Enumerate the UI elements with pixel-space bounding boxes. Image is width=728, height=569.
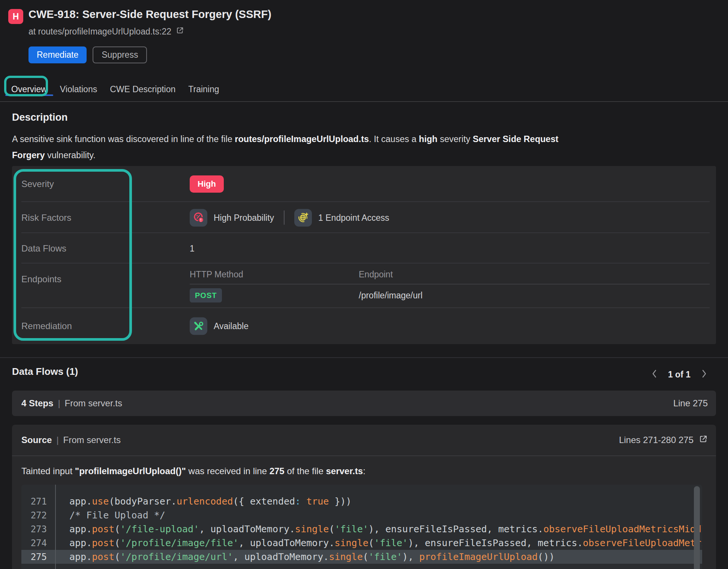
text-segment: A sensitive sink function was discovered… (12, 134, 235, 144)
action-buttons: Remediate Suppress (28, 46, 147, 63)
risk-factor-text: 1 Endpoint Access (318, 213, 389, 223)
source-lines-group: Lines 271-280 275 (619, 434, 708, 446)
data-flow-steps-bar[interactable]: 4 Steps | From server.ts Line 275 (12, 391, 716, 416)
code-text: app.use(bodyParser.urlencoded({ extended… (69, 496, 352, 507)
endpoint-path: /profile/image/url (359, 290, 422, 301)
source-header: Source | From server.ts Lines 271-280 27… (12, 425, 716, 456)
remediation-tools-icon (190, 317, 207, 335)
chevron-right-icon[interactable] (700, 369, 708, 380)
probability-badge-icon: ! (190, 209, 207, 226)
endpoints-label: Endpoints (21, 274, 61, 284)
text-segment: routes/profileImageUrlUpload.ts (235, 134, 369, 144)
tab-training[interactable]: Training (188, 84, 219, 94)
risk-factor-text: High Probability (214, 213, 274, 223)
page-title: CWE-918: Server-Side Request Forgery (SS… (28, 8, 271, 21)
data-flows-section-heading: Data Flows (1) (12, 366, 78, 377)
external-link-icon[interactable] (699, 434, 708, 446)
risk-factors-row: Risk Factors ! High Probability (12, 202, 716, 233)
attributes-panel: Severity High Risk Factors ! High Prob (12, 166, 716, 344)
steps-summary: 4 Steps | From server.ts (21, 398, 122, 409)
text-segment: Tainted input (21, 466, 75, 476)
tab-overview[interactable]: Overview (11, 84, 47, 94)
code-line: 274app.post('/profile/image/file', uploa… (21, 536, 702, 550)
tabs-divider (0, 101, 728, 102)
section-divider (0, 357, 728, 358)
risk-factors-label: Risk Factors (21, 213, 71, 223)
risk-factor-separator (284, 211, 285, 225)
severity-badge: High (190, 175, 224, 193)
severity-letter-badge: H (8, 9, 23, 24)
source-panel: Source | From server.ts Lines 271-280 27… (12, 425, 716, 569)
code-text: app.post('/profile/image/url', uploadToM… (69, 551, 554, 562)
gutter-divider (55, 485, 56, 569)
text-segment: was received in line (186, 466, 270, 476)
vulnerability-detail-page: H CWE-918: Server-Side Request Forgery (… (0, 0, 728, 569)
remediation-row: Remediation Available (12, 308, 716, 344)
source-title: Source (21, 435, 52, 445)
endpoints-header-divider (190, 284, 710, 284)
source-from-file: From server.ts (63, 435, 121, 445)
tab-violations[interactable]: Violations (60, 84, 97, 94)
external-link-icon[interactable] (176, 26, 184, 37)
tab-cwe-description[interactable]: CWE Description (110, 84, 175, 94)
remediate-button[interactable]: Remediate (28, 46, 87, 63)
svg-text:!: ! (200, 218, 201, 222)
code-line: 272/* File Upload */ (21, 508, 702, 522)
code-text: app.post('/profile/image/file', uploadTo… (69, 538, 702, 548)
file-location: at routes/profileImageUrlUpload.ts:22 (28, 26, 184, 37)
code-scrollbar[interactable] (694, 486, 700, 569)
line-number: 271 (21, 496, 47, 507)
remediation-label: Remediation (21, 321, 72, 331)
code-line: 273app.post('/file-upload', uploadToMemo… (21, 522, 702, 536)
data-flows-pagination: 1 of 1 (651, 369, 708, 380)
steps-count: 4 Steps (21, 398, 53, 409)
page-indicator: 1 of 1 (668, 370, 691, 380)
risk-factor-items: ! High Probability 1 Endpoint Access (190, 209, 389, 226)
text-segment: vulnerability. (45, 150, 96, 160)
code-lines: 271app.use(bodyParser.urlencoded({ exten… (21, 494, 702, 564)
description-heading: Description (12, 112, 68, 123)
suppress-button[interactable]: Suppress (93, 46, 147, 63)
text-segment: 275 (270, 466, 285, 476)
text-segment: high (419, 134, 437, 144)
chevron-left-icon[interactable] (651, 369, 658, 380)
severity-row: Severity High (12, 166, 716, 202)
remediation-value-group: Available (190, 317, 249, 335)
tab-bar: Overview Violations CWE Description Trai… (11, 82, 219, 97)
steps-line-ref: Line 275 (673, 398, 708, 409)
source-lines-label: Lines 271-280 275 (619, 435, 694, 445)
line-number: 274 (21, 538, 47, 548)
remediation-status-text: Available (214, 321, 249, 331)
http-method-column-header: HTTP Method (190, 270, 243, 280)
data-flows-row: Data Flows 1 (12, 233, 716, 264)
text-segment: server.ts (326, 466, 363, 476)
endpoints-row: Endpoints HTTP Method Endpoint POST /pro… (12, 264, 716, 308)
file-location-text[interactable]: at routes/profileImageUrlUpload.ts:22 (28, 27, 171, 37)
separator: | (58, 398, 60, 409)
separator: | (56, 435, 58, 445)
text-segment: "profileImageUrlUpload()" (75, 466, 186, 476)
code-line: 275app.post('/profile/image/url', upload… (21, 550, 702, 564)
endpoint-column-header: Endpoint (359, 270, 393, 280)
data-flows-label: Data Flows (21, 243, 66, 254)
code-line: 271app.use(bodyParser.urlencoded({ exten… (21, 494, 702, 508)
text-segment: severity (437, 134, 473, 144)
text-segment: of the file (285, 466, 326, 476)
steps-from-file: From server.ts (65, 398, 122, 409)
data-flows-count: 1 (190, 243, 195, 253)
text-segment: : (363, 466, 365, 476)
line-number: 275 (21, 552, 47, 562)
http-method-badge: POST (190, 288, 222, 302)
text-segment: Forgery (12, 150, 45, 160)
code-text: app.post('/file-upload', uploadToMemory.… (69, 524, 702, 535)
line-number: 272 (21, 510, 47, 521)
tainted-input-description: Tainted input "profileImageUrlUpload()" … (21, 466, 707, 476)
description-text: A sensitive sink function was discovered… (12, 131, 710, 163)
line-number: 273 (21, 524, 47, 535)
text-segment: . It causes a (369, 134, 419, 144)
text-segment: Server Side Request (473, 134, 559, 144)
severity-label: Severity (21, 179, 54, 189)
code-snippet: 271app.use(bodyParser.urlencoded({ exten… (21, 485, 702, 569)
source-title-group: Source | From server.ts (21, 435, 121, 445)
endpoint-globe-icon (294, 209, 312, 226)
